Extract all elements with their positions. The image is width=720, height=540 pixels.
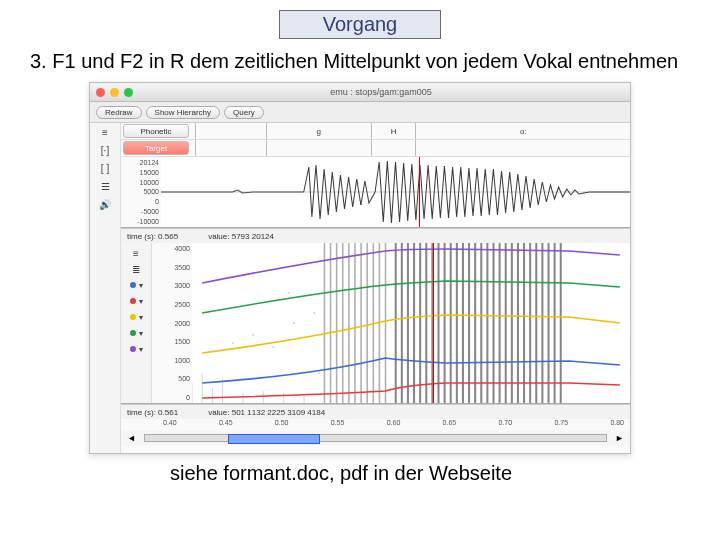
bars-icon[interactable]: ≣ xyxy=(132,260,140,278)
waveform-plot[interactable] xyxy=(161,157,630,227)
equalizer-icon[interactable]: ☰ xyxy=(90,177,120,195)
phonetic-tier[interactable]: Phonetic g H o: xyxy=(121,123,630,140)
app-window: emu : stops/gam:gam005 Redraw Show Hiera… xyxy=(89,82,631,454)
show-hierarchy-button[interactable]: Show Hierarchy xyxy=(146,106,220,119)
spectrogram-plot[interactable] xyxy=(192,243,630,403)
titlebar: emu : stops/gam:gam005 xyxy=(90,83,630,102)
wave-value: value: 5793 20124 xyxy=(208,232,274,241)
seg-g[interactable]: g xyxy=(266,123,371,139)
legend-f2[interactable]: ▾ xyxy=(121,293,151,309)
seek-bar[interactable]: ◄ ► xyxy=(121,431,630,445)
minimize-icon[interactable] xyxy=(110,88,119,97)
svg-point-4 xyxy=(252,334,254,336)
seek-track[interactable] xyxy=(144,434,607,442)
speaker-icon[interactable]: 🔊 xyxy=(90,195,120,213)
slide-title: Vorgang xyxy=(279,10,441,39)
phonetic-tier-label[interactable]: Phonetic xyxy=(123,124,189,138)
seek-thumb[interactable] xyxy=(228,434,320,444)
toolbar: Redraw Show Hierarchy Query xyxy=(90,102,630,123)
seek-right-icon[interactable]: ► xyxy=(615,433,624,443)
target-tier-label[interactable]: Target xyxy=(123,141,189,155)
svg-point-8 xyxy=(318,372,320,374)
spec-legend-sidebar: ≡ ≣ ▾ ▾ ▾ ▾ ▾ xyxy=(121,243,152,403)
spec-yaxis: 4000 3500 3000 2500 2000 1500 1000 500 0 xyxy=(152,243,192,403)
menu-icon[interactable]: ≡ xyxy=(90,123,120,141)
time-cursor[interactable] xyxy=(433,243,434,403)
redraw-button[interactable]: Redraw xyxy=(96,106,142,119)
zoom-icon[interactable] xyxy=(124,88,133,97)
spectrogram-panel[interactable]: ≡ ≣ ▾ ▾ ▾ ▾ ▾ 4000 3500 3000 2500 2000 xyxy=(121,243,630,404)
query-button[interactable]: Query xyxy=(224,106,264,119)
svg-point-7 xyxy=(313,312,315,314)
svg-point-6 xyxy=(293,322,295,324)
wave-yaxis: 20124 15000 10000 5000 0 -5000 -10000 xyxy=(121,157,161,227)
spec-time: time (s): 0.561 xyxy=(127,408,178,417)
x-axis: 0.40 0.45 0.50 0.55 0.60 0.65 0.70 0.75 … xyxy=(121,419,630,431)
spec-value: value: 501 1132 2225 3109 4184 xyxy=(208,408,325,417)
window-title: emu : stops/gam:gam005 xyxy=(138,87,624,97)
svg-point-5 xyxy=(272,346,274,348)
wave-status: time (s): 0.565 value: 5793 20124 xyxy=(121,228,630,243)
seg-h[interactable]: H xyxy=(371,123,416,139)
close-icon[interactable] xyxy=(96,88,105,97)
legend-f5[interactable]: ▾ xyxy=(121,341,151,357)
brackets2-icon[interactable]: [ ] xyxy=(90,159,120,177)
waveform-panel[interactable]: 20124 15000 10000 5000 0 -5000 -10000 xyxy=(121,157,630,228)
legend-f3[interactable]: ▾ xyxy=(121,309,151,325)
seek-left-icon[interactable]: ◄ xyxy=(127,433,136,443)
brackets-icon[interactable]: [·] xyxy=(90,141,120,159)
left-sidebar: ≡ [·] [ ] ☰ 🔊 xyxy=(90,123,121,453)
seg-o[interactable]: o: xyxy=(415,123,630,139)
time-cursor[interactable] xyxy=(419,157,420,227)
legend-f4[interactable]: ▾ xyxy=(121,325,151,341)
spec-status: time (s): 0.561 value: 501 1132 2225 310… xyxy=(121,404,630,419)
step-text: 3. F1 und F2 in R dem zeitlichen Mittelp… xyxy=(30,49,690,74)
svg-point-9 xyxy=(288,292,290,294)
caption-text: siehe formant.doc, pdf in der Webseite xyxy=(170,462,690,485)
target-tier[interactable]: Target xyxy=(121,140,630,157)
wave-time: time (s): 0.565 xyxy=(127,232,178,241)
legend-f1[interactable]: ▾ xyxy=(121,277,151,293)
svg-point-3 xyxy=(232,342,234,344)
